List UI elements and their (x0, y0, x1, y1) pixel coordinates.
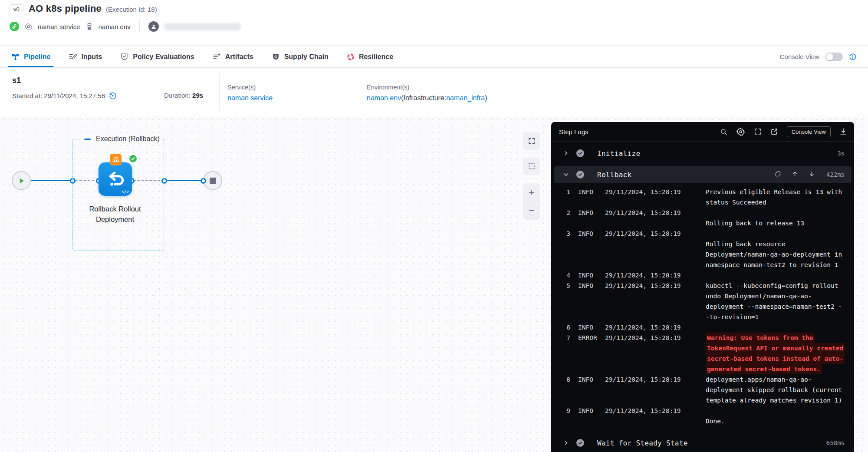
execution-group-label: Execution (Rollback) (96, 135, 160, 143)
step-success-badge-icon (128, 154, 138, 163)
log-section-wait-steady-state[interactable]: Wait for Steady State 658ms (554, 434, 852, 452)
rollback-arrow-icon (104, 168, 127, 191)
section-name: Rollback (597, 171, 631, 179)
chevron-down-icon[interactable] (563, 172, 569, 177)
stage-duration: Duration: 29s (164, 92, 203, 99)
log-line: 7ERROR29/11/2024, 15:28:19Warning: Use t… (563, 333, 854, 343)
section-duration: 658ms (826, 439, 845, 446)
execution-history-icon[interactable] (108, 92, 117, 100)
infra-link-text[interactable]: naman_infra (446, 94, 485, 102)
artifacts-icon (213, 53, 221, 61)
download-logs-icon[interactable] (839, 128, 847, 135)
zoom-out-button[interactable] (523, 201, 540, 220)
section-duration: 3s (837, 150, 845, 157)
tab-label: Supply Chain (284, 53, 329, 61)
step-label-line2: Deployment (72, 214, 158, 224)
title-row: AO k8s pipeline (Execution Id: 18) (29, 3, 157, 14)
scroll-up-icon[interactable] (792, 171, 798, 179)
log-section-initialize[interactable]: Initialize 3s (554, 145, 852, 162)
code-glyph: </> (122, 189, 129, 194)
version-badge: v0 (10, 4, 23, 14)
stage-info-bar: s1 Started at: 29/11/2024, 15:27:56 Dura… (0, 68, 868, 116)
log-line: Deployment/naman-qa-ao-deployment in (563, 249, 854, 260)
tab-policy-evaluations[interactable]: Policy Evaluations (120, 46, 194, 67)
services-label: Service(s) (227, 84, 273, 91)
supply-chain-shield-icon (272, 53, 280, 61)
tab-artifacts[interactable]: Artifacts (213, 46, 253, 67)
pipeline-icon (11, 53, 20, 61)
page-title: AO k8s pipeline (29, 3, 102, 14)
log-line: 5INFO29/11/2024, 15:28:19kubectl --kubec… (563, 280, 854, 291)
zoom-in-button[interactable] (523, 183, 540, 201)
log-line: Done. (563, 416, 854, 426)
log-section-rollback[interactable]: Rollback 422ms (554, 166, 852, 183)
console-view-button[interactable]: Console View (787, 126, 831, 137)
execution-group-header: Execution (Rollback) (81, 135, 163, 143)
step-success-icon (576, 439, 584, 447)
chevron-right-icon[interactable] (563, 151, 569, 156)
tab-pipeline[interactable]: Pipeline (11, 46, 50, 67)
log-settings-gear-icon[interactable] (736, 127, 745, 136)
step-success-icon (576, 149, 584, 157)
log-rows[interactable]: 1INFO29/11/2024, 15:28:19Previous eligib… (551, 187, 854, 426)
tabbar-right: Console View (780, 53, 857, 61)
tab-label: Artifacts (225, 53, 253, 61)
log-panel-title: Step Logs (559, 128, 589, 135)
tab-label: Inputs (81, 53, 102, 61)
expand-logs-icon[interactable] (754, 128, 762, 135)
environment-icon (85, 23, 93, 30)
log-line: 1INFO29/11/2024, 15:28:19Previous eligib… (563, 187, 854, 197)
log-line: secret-based tokens instead of auto- (563, 353, 854, 364)
environment-link[interactable]: naman env(Infrastructure:naman_infra) (367, 94, 487, 102)
service-gear-icon (24, 23, 33, 31)
scroll-down-icon[interactable] (809, 171, 815, 179)
chevron-right-icon[interactable] (563, 440, 569, 445)
fit-to-screen-button[interactable] (523, 132, 540, 150)
marquee-select-button[interactable] (523, 158, 540, 175)
log-panel-actions: Console View (720, 126, 847, 137)
inputs-icon (69, 53, 77, 61)
rolling-deployment-badge-icon (110, 154, 122, 165)
policy-shield-icon (120, 53, 128, 61)
execution-id: (Execution Id: 18) (106, 6, 157, 13)
header-service-name[interactable]: naman service (38, 23, 80, 30)
start-node[interactable] (12, 171, 31, 190)
duration-label: Duration: (164, 92, 192, 99)
tab-label: Pipeline (24, 53, 50, 61)
step-logs-panel: Step Logs Console View (551, 122, 854, 452)
copy-logs-icon[interactable] (775, 171, 781, 179)
stop-square-icon (210, 178, 216, 184)
step-node-label: Rollback Rollout Deployment (72, 204, 158, 224)
search-icon[interactable] (720, 128, 727, 135)
console-view-toggle[interactable] (825, 53, 843, 61)
log-line: undo Deployment/naman-qa-ao- (563, 291, 854, 301)
env-link-text[interactable]: naman env (367, 94, 401, 102)
tab-supply-chain[interactable]: Supply Chain (272, 46, 329, 67)
tab-resilience[interactable]: Resilience (347, 46, 393, 67)
log-line: 2INFO29/11/2024, 15:28:19 (563, 208, 854, 218)
log-line: 9INFO29/11/2024, 15:28:19 (563, 406, 854, 416)
collapse-group-icon[interactable] (84, 139, 91, 140)
stage-divider (219, 73, 220, 110)
stage-started: Started at: 29/11/2024, 15:27:56 (12, 92, 117, 100)
section-duration: 422ms (826, 171, 845, 178)
service-link[interactable]: naman service (227, 94, 273, 102)
log-panel-header: Step Logs Console View (551, 122, 854, 142)
log-line: Rolling back to release 13 (563, 218, 854, 228)
header-env-name[interactable]: naman env (99, 23, 131, 30)
open-in-new-icon[interactable] (770, 128, 778, 135)
log-line: status Succeeded (563, 197, 854, 208)
log-line: 6INFO29/11/2024, 15:28:19 (563, 322, 854, 333)
connector-ring[interactable] (201, 178, 206, 184)
tab-inputs[interactable]: Inputs (69, 46, 102, 67)
log-line: namespace naman-test2 to revision 1 (563, 260, 854, 270)
step-node-rollback-rollout[interactable]: </> (99, 162, 132, 196)
user-avatar (148, 21, 159, 32)
tab-label: Policy Evaluations (133, 53, 194, 61)
pipeline-link-icon (10, 22, 19, 31)
edge-end (166, 180, 203, 181)
tab-bar: Pipeline Inputs Policy Evaluations Artif… (0, 46, 868, 68)
info-icon[interactable] (849, 53, 857, 61)
environments-label: Environment(s) (367, 84, 487, 91)
pipeline-execution-page: v0 AO k8s pipeline (Execution Id: 18) na… (0, 0, 868, 452)
